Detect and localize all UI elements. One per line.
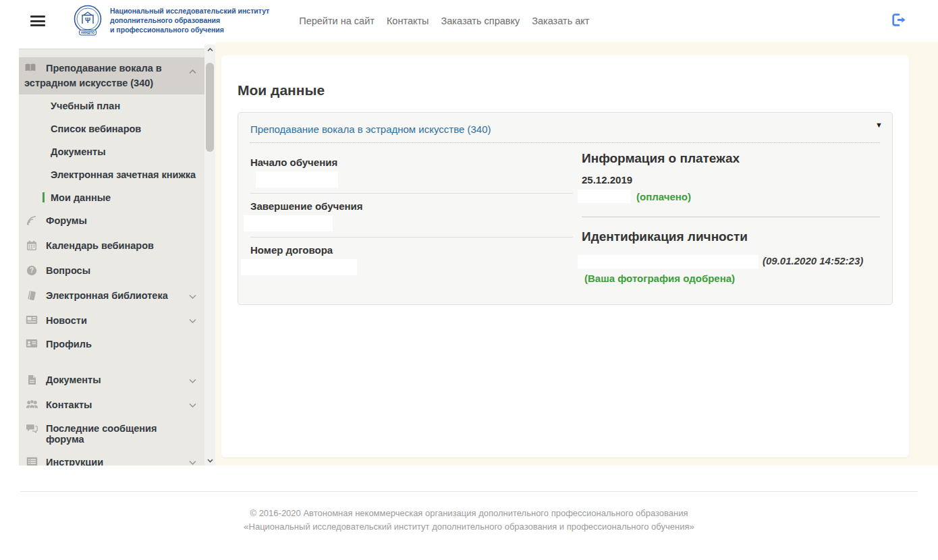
content-card: Мои данные ▼ Преподавание вокала в эстра…: [221, 55, 909, 457]
hamburger-bar: [30, 24, 45, 26]
waves-icon: [26, 215, 38, 228]
sidebar-item-instructions[interactable]: Инструкции: [19, 451, 204, 466]
scroll-up-arrow-icon[interactable]: [204, 45, 215, 55]
collapse-caret-icon[interactable]: ▼: [875, 121, 883, 129]
identity-title: Идентификация личности: [582, 229, 880, 244]
sidebar-item-label: Профиль: [46, 339, 92, 349]
nav-order-act[interactable]: Заказать акт: [532, 16, 589, 26]
sidebar-item-profile[interactable]: Профиль: [19, 333, 204, 356]
left-gutter: [0, 42, 19, 466]
chevron-down-icon[interactable]: [189, 379, 196, 383]
payments-identity-column: Информация о платежах 25.12.2019 (оплаче…: [573, 150, 880, 287]
chevron-down-icon[interactable]: [189, 318, 196, 323]
content-row: Преподавание вокала в эстрадном искусств…: [0, 42, 938, 466]
redacted-name: [578, 255, 758, 269]
list-icon: [26, 457, 38, 466]
section-divider: [582, 217, 880, 217]
field-label: Завершение обучения: [250, 200, 573, 212]
sidebar-group-divider: [19, 356, 204, 368]
brand[interactable]: Ψ НИИДПО Национальный исследовательский …: [71, 4, 269, 38]
payments-title: Информация о платежах: [582, 151, 880, 166]
sidebar-item-label: Документы: [46, 374, 101, 385]
identity-row: (09.01.2020 14:52:23) (Ваша фотография о…: [582, 252, 880, 287]
sidebar-item-label: Форумы: [46, 215, 87, 226]
scrollbar-thumb[interactable]: [206, 63, 214, 152]
sidebar-item-curriculum[interactable]: Учебный план: [19, 94, 204, 117]
topbar: Ψ НИИДПО Национальный исследовательский …: [0, 0, 938, 42]
sidebar-item-documents-sub[interactable]: Документы: [19, 140, 204, 163]
redacted-value: [241, 259, 357, 275]
payment-status: (оплачено): [636, 191, 691, 202]
field-start-date: Начало обучения: [250, 150, 573, 194]
chevron-up-icon[interactable]: [189, 69, 196, 74]
sidebar-item-label: Электронная библиотека: [46, 290, 168, 301]
active-indicator: [43, 192, 45, 202]
comments-icon: [26, 423, 38, 435]
field-label: Начало обучения: [250, 157, 573, 168]
sidebar-item-gradebook[interactable]: Электронная зачетная книжка: [19, 163, 204, 186]
sidebar-item-label: Документы: [51, 146, 106, 157]
sidebar-item-label: Преподавание вокала в эстрадном искусств…: [24, 63, 162, 88]
study-info-column: Начало обучения Завершение обучения Номе…: [250, 150, 573, 287]
footer-line-1: © 2016-2020 Автономная некоммерческая ор…: [0, 507, 938, 520]
sidebar-item-label: Контакты: [46, 399, 92, 410]
top-navigation: Перейти на сайт Контакты Заказать справк…: [299, 16, 589, 26]
identity-status: (Ваша фотография одобрена): [584, 273, 735, 284]
field-contract-number: Номер договора: [250, 237, 573, 281]
sidebar-item-contacts[interactable]: Контакты: [19, 393, 204, 417]
sidebar-item-program[interactable]: Преподавание вокала в эстрадном искусств…: [19, 57, 204, 94]
scroll-down-arrow-icon[interactable]: [204, 455, 215, 466]
institute-logo-emblem: Ψ НИИДПО: [71, 4, 105, 38]
sidebar-item-questions[interactable]: ? Вопросы: [19, 259, 204, 284]
chevron-down-icon[interactable]: [189, 294, 196, 299]
chevron-down-icon[interactable]: [189, 403, 196, 408]
svg-text:?: ?: [30, 267, 34, 275]
sidebar-item-documents[interactable]: Документы: [19, 368, 204, 393]
book-open-icon: [24, 63, 36, 77]
panel-columns: Начало обучения Завершение обучения Номе…: [250, 150, 880, 287]
payment-row: (оплачено): [582, 190, 880, 203]
sidebar-item-news[interactable]: Новости: [19, 309, 204, 333]
identity-timestamp: (09.01.2020 14:52:23): [763, 255, 863, 267]
payment-date: 25.12.2019: [582, 174, 880, 186]
newspaper-icon: [26, 315, 38, 327]
program-link[interactable]: Преподавание вокала в эстрадном искусств…: [250, 123, 491, 135]
sidebar-item-label: Список вебинаров: [51, 123, 141, 134]
svg-text:НИИДПО: НИИДПО: [81, 31, 94, 34]
brand-text: Национальный исследовательский институт …: [110, 7, 269, 35]
calendar-icon: [26, 240, 38, 253]
sidebar-item-my-data[interactable]: Мои данные: [19, 186, 204, 209]
brand-line: и профессионального обучения: [110, 26, 269, 35]
sidebar-item-label: Вопросы: [46, 265, 90, 276]
sign-out-icon: [890, 13, 906, 27]
scrollbar-track[interactable]: [204, 55, 215, 455]
sidebar-item-latest-forum-posts[interactable]: Последние сообщения форума: [19, 417, 204, 451]
sidebar-item-library[interactable]: Электронная библиотека: [19, 284, 204, 309]
redacted-amount: [578, 190, 630, 203]
nav-contacts[interactable]: Контакты: [387, 16, 429, 26]
sidebar-item-label: Новости: [46, 315, 87, 326]
svg-text:Ψ: Ψ: [85, 17, 90, 24]
users-icon: [26, 399, 38, 411]
program-panel: ▼ Преподавание вокала в эстрадном искусс…: [238, 112, 893, 305]
sidebar-item-forums[interactable]: Форумы: [19, 209, 204, 234]
logout-button[interactable]: [890, 13, 906, 29]
hamburger-bar: [30, 20, 45, 22]
sidebar-item-label: Инструкции: [46, 457, 103, 466]
nav-order-certificate[interactable]: Заказать справку: [441, 16, 520, 26]
nav-go-to-site[interactable]: Перейти на сайт: [299, 16, 375, 26]
menu-toggle-button[interactable]: [30, 16, 45, 26]
main-area: Мои данные ▼ Преподавание вокала в эстра…: [215, 42, 938, 466]
footer-line-2: «Национальный исследовательский институт…: [0, 520, 938, 534]
sidebar-item-label: Последние сообщения форума: [46, 423, 187, 445]
sidebar-scrollbar[interactable]: [204, 45, 215, 466]
book-icon: [26, 290, 38, 303]
sidebar-item-label: Календарь вебинаров: [46, 240, 154, 251]
field-label: Номер договора: [250, 244, 573, 256]
redacted-value: [244, 215, 333, 231]
sidebar-item-label: Мои данные: [51, 192, 111, 203]
chevron-down-icon[interactable]: [189, 460, 196, 465]
sidebar-item-webinar-list[interactable]: Список вебинаров: [19, 117, 204, 140]
file-icon: [26, 374, 38, 387]
sidebar-item-webinar-calendar[interactable]: Календарь вебинаров: [19, 234, 204, 259]
